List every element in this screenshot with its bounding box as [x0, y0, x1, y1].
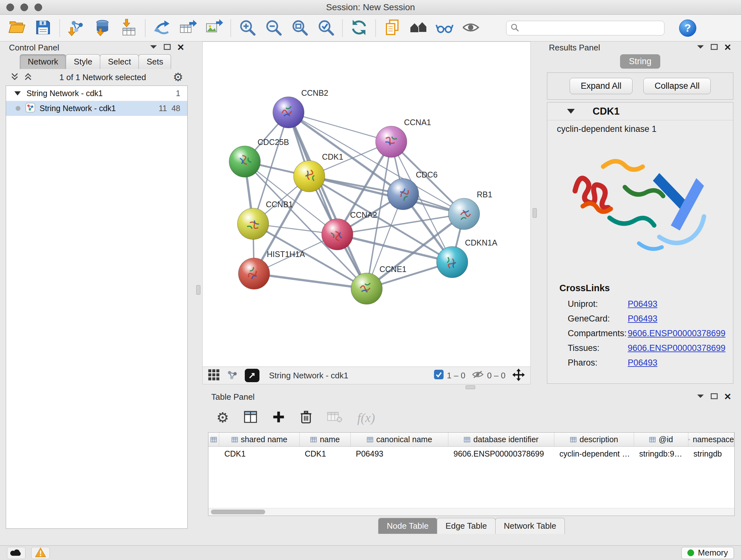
cloud-status-button[interactable]	[7, 547, 25, 559]
network-node-ccne1[interactable]	[351, 273, 382, 304]
show-hide-eye-button[interactable]	[461, 18, 481, 38]
refresh-view-button[interactable]	[349, 18, 369, 38]
table-settings-gear-icon[interactable]: ⚙	[216, 411, 229, 425]
crosslink-pharos-link[interactable]: P06493	[628, 358, 657, 368]
birdseye-view-icon[interactable]	[208, 369, 220, 382]
home-network-button[interactable]	[408, 18, 428, 38]
panel-close-icon[interactable]: ✕	[724, 43, 731, 52]
collapse-all-chevron-icon[interactable]	[23, 72, 32, 82]
network-node-hist1h1a[interactable]	[239, 258, 270, 289]
network-share-icon[interactable]	[226, 369, 239, 382]
window-close-button[interactable]	[6, 3, 14, 11]
tab-network-table[interactable]: Network Table	[495, 518, 565, 534]
splitter-handle[interactable]	[533, 208, 537, 218]
network-edge[interactable]	[288, 112, 367, 289]
splitter-handle[interactable]	[196, 285, 200, 295]
network-edge[interactable]	[288, 112, 391, 142]
help-button[interactable]: ?	[679, 19, 696, 37]
graphics-details-button[interactable]	[434, 18, 455, 38]
splitter-handle[interactable]	[466, 385, 475, 389]
scrollbar-thumb[interactable]	[211, 509, 265, 514]
network-row[interactable]: String Network - cdk1 11 48	[6, 101, 187, 116]
zoom-in-button[interactable]	[238, 18, 257, 38]
warnings-button[interactable]	[31, 547, 50, 559]
crosslink-compartments-link[interactable]: 9606.ENSP00000378699	[628, 328, 725, 338]
network-node-cdc25b[interactable]	[229, 146, 260, 177]
panel-menu-icon[interactable]	[697, 394, 704, 400]
column-header-name[interactable]: name	[300, 433, 351, 446]
horizontal-scrollbar[interactable]	[208, 508, 734, 516]
table-row[interactable]: CDK1 CDK1 P06493 9606.ENSP00000378699 cy…	[208, 447, 734, 461]
panel-close-icon[interactable]: ✕	[724, 392, 731, 401]
tab-edge-table[interactable]: Edge Table	[437, 518, 495, 534]
cell-name[interactable]: CDK1	[300, 447, 351, 461]
column-header-canonical-name[interactable]: canonical name	[351, 433, 448, 446]
cell-id[interactable]: stringdb:9…	[634, 447, 688, 461]
panel-float-icon[interactable]	[164, 44, 171, 51]
column-header-shared-name[interactable]: shared name	[219, 433, 300, 446]
pan-move-icon[interactable]	[512, 368, 525, 383]
network-node-cdkn1a[interactable]	[436, 246, 468, 278]
column-header-database-identifier[interactable]: database identifier	[448, 433, 554, 446]
panel-float-icon[interactable]	[711, 44, 718, 51]
panel-float-icon[interactable]	[711, 393, 718, 401]
network-edge[interactable]	[254, 273, 367, 289]
export-table-button[interactable]	[178, 18, 198, 38]
crosslink-tissues-link[interactable]: 9606.ENSP00000378699	[628, 343, 725, 353]
tab-string[interactable]: String	[620, 54, 661, 69]
import-network-from-file-button[interactable]	[66, 18, 86, 38]
tab-select[interactable]: Select	[100, 54, 139, 69]
cell-description[interactable]: cyclin-dependent …	[554, 447, 634, 461]
cell-database-identifier[interactable]: 9606.ENSP00000378699	[448, 447, 554, 461]
import-network-from-database-button[interactable]	[92, 18, 112, 38]
export-image-button[interactable]	[204, 18, 224, 38]
network-node-cdc6[interactable]	[387, 179, 419, 210]
cell-shared-name[interactable]: CDK1	[219, 447, 300, 461]
gene-section-header[interactable]: CDK1	[547, 103, 733, 120]
cell-canonical-name[interactable]: P06493	[351, 447, 448, 461]
panel-menu-icon[interactable]	[150, 44, 157, 51]
network-node-rb1[interactable]	[448, 198, 480, 230]
column-header-id[interactable]: @id	[634, 433, 688, 446]
search-input[interactable]	[522, 23, 660, 33]
window-minimize-button[interactable]	[20, 3, 28, 11]
collapse-all-button[interactable]: Collapse All	[643, 78, 711, 94]
network-node-ccnb1[interactable]	[238, 208, 269, 240]
zoom-selected-button[interactable]	[316, 18, 336, 38]
expand-all-button[interactable]: Expand All	[569, 78, 633, 94]
tab-node-table[interactable]: Node Table	[378, 518, 437, 534]
collection-disclosure-icon[interactable]	[14, 91, 21, 96]
zoom-fit-button[interactable]	[290, 18, 310, 38]
export-network-button[interactable]	[152, 18, 172, 38]
panel-close-icon[interactable]: ✕	[177, 43, 185, 52]
crosslink-uniprot-link[interactable]: P06493	[628, 299, 657, 309]
zoom-out-button[interactable]	[264, 18, 283, 38]
add-column-icon[interactable]	[272, 411, 285, 425]
window-zoom-button[interactable]	[35, 3, 42, 11]
tab-sets[interactable]: Sets	[138, 54, 171, 69]
column-header-description[interactable]: description	[554, 433, 634, 446]
row-gutter-header[interactable]	[208, 433, 219, 446]
network-node-ccnb2[interactable]	[273, 97, 304, 128]
network-graph[interactable]: CCNB2CCNA1CDC25BCDK1CDC6RB1CCNB1CCNA2CDK…	[203, 42, 530, 367]
network-collection-row[interactable]: String Network - cdk1 1	[6, 86, 187, 101]
network-options-gear-icon[interactable]: ⚙	[173, 71, 183, 83]
copy-document-button[interactable]	[382, 18, 402, 38]
panel-menu-icon[interactable]	[697, 44, 704, 51]
delete-column-trash-icon[interactable]	[300, 410, 313, 425]
memory-button[interactable]: Memory	[681, 547, 734, 559]
open-in-new-window-button[interactable]	[245, 369, 259, 382]
network-node-ccna2[interactable]	[322, 219, 353, 250]
tab-style[interactable]: Style	[66, 54, 100, 69]
open-session-button[interactable]	[7, 18, 27, 38]
tab-network[interactable]: Network	[20, 54, 66, 69]
save-session-button[interactable]	[33, 18, 53, 38]
import-table-from-file-button[interactable]	[119, 18, 138, 38]
cell-namespace[interactable]: stringdb	[688, 447, 734, 461]
gene-disclosure-icon[interactable]	[567, 109, 575, 114]
network-node-ccna1[interactable]	[376, 126, 407, 158]
network-node-cdk1[interactable]	[293, 161, 325, 192]
column-header-namespace[interactable]: namespace	[688, 433, 734, 446]
network-view-canvas[interactable]: CCNB2CCNA1CDC25BCDK1CDC6RB1CCNB1CCNA2CDK…	[202, 42, 531, 367]
expand-all-chevron-icon[interactable]	[10, 72, 19, 82]
